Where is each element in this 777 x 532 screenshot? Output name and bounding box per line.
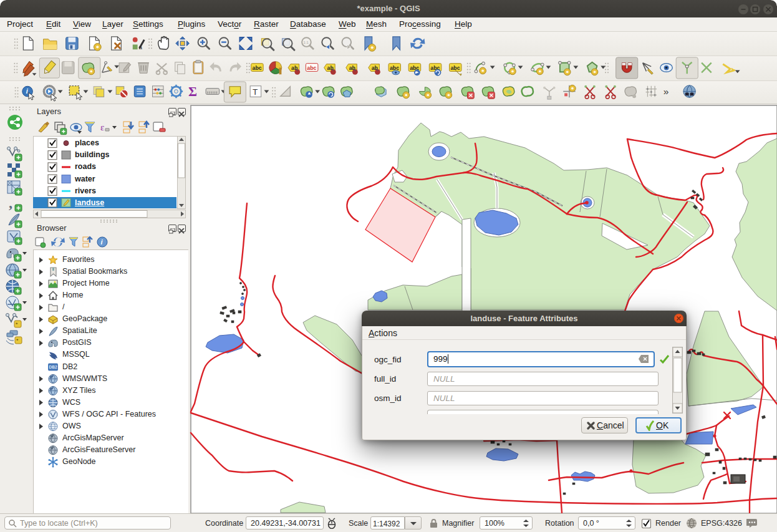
- svg-text:DB2: DB2: [49, 365, 57, 369]
- svg-text:1:1: 1:1: [304, 41, 309, 44]
- svg-text:ε: ε: [100, 122, 104, 132]
- svg-text:*: *: [16, 337, 19, 344]
- svg-text:*: *: [16, 321, 18, 327]
- svg-text:T: T: [253, 87, 258, 97]
- svg-text:»: »: [664, 86, 669, 97]
- svg-text:,: ,: [9, 195, 12, 211]
- svg-text:Σ: Σ: [188, 84, 197, 99]
- svg-text:a: a: [139, 44, 143, 51]
